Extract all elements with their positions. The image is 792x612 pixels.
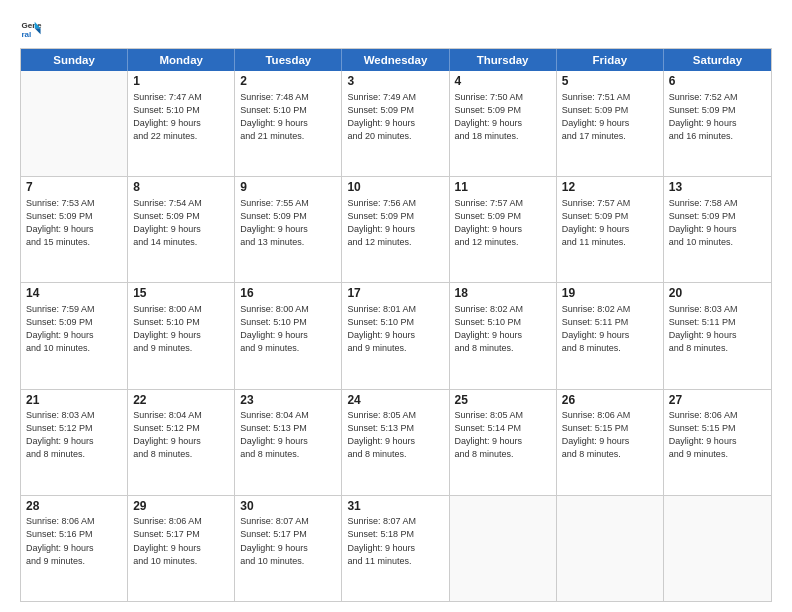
day-info: Sunrise: 7:58 AM Sunset: 5:09 PM Dayligh… [669,197,766,249]
calendar-cell-7: 7Sunrise: 7:53 AM Sunset: 5:09 PM Daylig… [21,177,128,282]
day-info: Sunrise: 8:07 AM Sunset: 5:17 PM Dayligh… [240,515,336,567]
day-info: Sunrise: 8:02 AM Sunset: 5:10 PM Dayligh… [455,303,551,355]
day-of-week-monday: Monday [128,49,235,71]
day-number: 19 [562,286,658,302]
calendar-cell-18: 18Sunrise: 8:02 AM Sunset: 5:10 PM Dayli… [450,283,557,388]
day-number: 10 [347,180,443,196]
day-info: Sunrise: 8:00 AM Sunset: 5:10 PM Dayligh… [240,303,336,355]
calendar-cell-25: 25Sunrise: 8:05 AM Sunset: 5:14 PM Dayli… [450,390,557,495]
day-number: 27 [669,393,766,409]
calendar-cell-28: 28Sunrise: 8:06 AM Sunset: 5:16 PM Dayli… [21,496,128,601]
calendar-week-4: 21Sunrise: 8:03 AM Sunset: 5:12 PM Dayli… [21,390,771,496]
day-number: 20 [669,286,766,302]
day-info: Sunrise: 8:07 AM Sunset: 5:18 PM Dayligh… [347,515,443,567]
day-number: 1 [133,74,229,90]
day-number: 28 [26,499,122,515]
calendar-cell-1: 1Sunrise: 7:47 AM Sunset: 5:10 PM Daylig… [128,71,235,176]
calendar-cell-11: 11Sunrise: 7:57 AM Sunset: 5:09 PM Dayli… [450,177,557,282]
day-info: Sunrise: 7:56 AM Sunset: 5:09 PM Dayligh… [347,197,443,249]
calendar-cell-2: 2Sunrise: 7:48 AM Sunset: 5:10 PM Daylig… [235,71,342,176]
calendar-cell-21: 21Sunrise: 8:03 AM Sunset: 5:12 PM Dayli… [21,390,128,495]
day-info: Sunrise: 8:06 AM Sunset: 5:15 PM Dayligh… [669,409,766,461]
calendar-cell-empty-4-6 [664,496,771,601]
calendar-cell-19: 19Sunrise: 8:02 AM Sunset: 5:11 PM Dayli… [557,283,664,388]
day-number: 16 [240,286,336,302]
day-number: 9 [240,180,336,196]
day-number: 8 [133,180,229,196]
calendar-cell-24: 24Sunrise: 8:05 AM Sunset: 5:13 PM Dayli… [342,390,449,495]
page-header: Gene ral [20,18,772,40]
calendar-cell-13: 13Sunrise: 7:58 AM Sunset: 5:09 PM Dayli… [664,177,771,282]
day-number: 5 [562,74,658,90]
day-of-week-wednesday: Wednesday [342,49,449,71]
day-info: Sunrise: 7:59 AM Sunset: 5:09 PM Dayligh… [26,303,122,355]
day-info: Sunrise: 8:04 AM Sunset: 5:13 PM Dayligh… [240,409,336,461]
day-number: 17 [347,286,443,302]
day-of-week-saturday: Saturday [664,49,771,71]
calendar-cell-30: 30Sunrise: 8:07 AM Sunset: 5:17 PM Dayli… [235,496,342,601]
day-info: Sunrise: 7:57 AM Sunset: 5:09 PM Dayligh… [562,197,658,249]
calendar-cell-empty-4-5 [557,496,664,601]
day-info: Sunrise: 7:55 AM Sunset: 5:09 PM Dayligh… [240,197,336,249]
calendar-cell-3: 3Sunrise: 7:49 AM Sunset: 5:09 PM Daylig… [342,71,449,176]
calendar-cell-15: 15Sunrise: 8:00 AM Sunset: 5:10 PM Dayli… [128,283,235,388]
day-number: 14 [26,286,122,302]
day-info: Sunrise: 7:57 AM Sunset: 5:09 PM Dayligh… [455,197,551,249]
day-of-week-sunday: Sunday [21,49,128,71]
day-number: 24 [347,393,443,409]
day-info: Sunrise: 7:48 AM Sunset: 5:10 PM Dayligh… [240,91,336,143]
day-number: 30 [240,499,336,515]
svg-marker-3 [35,28,41,34]
day-info: Sunrise: 8:06 AM Sunset: 5:16 PM Dayligh… [26,515,122,567]
day-number: 6 [669,74,766,90]
day-number: 4 [455,74,551,90]
calendar-cell-14: 14Sunrise: 7:59 AM Sunset: 5:09 PM Dayli… [21,283,128,388]
day-of-week-friday: Friday [557,49,664,71]
calendar-cell-8: 8Sunrise: 7:54 AM Sunset: 5:09 PM Daylig… [128,177,235,282]
day-number: 13 [669,180,766,196]
calendar-cell-20: 20Sunrise: 8:03 AM Sunset: 5:11 PM Dayli… [664,283,771,388]
calendar-cell-26: 26Sunrise: 8:06 AM Sunset: 5:15 PM Dayli… [557,390,664,495]
day-number: 29 [133,499,229,515]
day-number: 26 [562,393,658,409]
calendar-week-2: 7Sunrise: 7:53 AM Sunset: 5:09 PM Daylig… [21,177,771,283]
svg-text:ral: ral [21,30,31,39]
calendar-cell-empty-4-4 [450,496,557,601]
day-number: 12 [562,180,658,196]
calendar-cell-5: 5Sunrise: 7:51 AM Sunset: 5:09 PM Daylig… [557,71,664,176]
calendar-week-5: 28Sunrise: 8:06 AM Sunset: 5:16 PM Dayli… [21,496,771,601]
day-number: 7 [26,180,122,196]
day-number: 3 [347,74,443,90]
calendar-week-3: 14Sunrise: 7:59 AM Sunset: 5:09 PM Dayli… [21,283,771,389]
calendar-cell-31: 31Sunrise: 8:07 AM Sunset: 5:18 PM Dayli… [342,496,449,601]
day-info: Sunrise: 8:00 AM Sunset: 5:10 PM Dayligh… [133,303,229,355]
day-number: 23 [240,393,336,409]
calendar-header: SundayMondayTuesdayWednesdayThursdayFrid… [21,49,771,71]
calendar-body: 1Sunrise: 7:47 AM Sunset: 5:10 PM Daylig… [21,71,771,601]
day-number: 25 [455,393,551,409]
calendar-cell-10: 10Sunrise: 7:56 AM Sunset: 5:09 PM Dayli… [342,177,449,282]
day-info: Sunrise: 7:47 AM Sunset: 5:10 PM Dayligh… [133,91,229,143]
day-info: Sunrise: 8:03 AM Sunset: 5:12 PM Dayligh… [26,409,122,461]
day-number: 15 [133,286,229,302]
day-info: Sunrise: 7:49 AM Sunset: 5:09 PM Dayligh… [347,91,443,143]
calendar-cell-17: 17Sunrise: 8:01 AM Sunset: 5:10 PM Dayli… [342,283,449,388]
logo-icon: Gene ral [20,18,42,40]
day-info: Sunrise: 8:04 AM Sunset: 5:12 PM Dayligh… [133,409,229,461]
logo: Gene ral [20,18,44,40]
day-info: Sunrise: 8:06 AM Sunset: 5:17 PM Dayligh… [133,515,229,567]
day-info: Sunrise: 7:52 AM Sunset: 5:09 PM Dayligh… [669,91,766,143]
day-number: 18 [455,286,551,302]
day-number: 21 [26,393,122,409]
calendar: SundayMondayTuesdayWednesdayThursdayFrid… [20,48,772,602]
day-info: Sunrise: 8:05 AM Sunset: 5:13 PM Dayligh… [347,409,443,461]
calendar-cell-27: 27Sunrise: 8:06 AM Sunset: 5:15 PM Dayli… [664,390,771,495]
day-info: Sunrise: 8:03 AM Sunset: 5:11 PM Dayligh… [669,303,766,355]
calendar-cell-23: 23Sunrise: 8:04 AM Sunset: 5:13 PM Dayli… [235,390,342,495]
calendar-cell-6: 6Sunrise: 7:52 AM Sunset: 5:09 PM Daylig… [664,71,771,176]
day-info: Sunrise: 8:01 AM Sunset: 5:10 PM Dayligh… [347,303,443,355]
day-number: 11 [455,180,551,196]
calendar-cell-4: 4Sunrise: 7:50 AM Sunset: 5:09 PM Daylig… [450,71,557,176]
day-info: Sunrise: 8:02 AM Sunset: 5:11 PM Dayligh… [562,303,658,355]
day-info: Sunrise: 7:50 AM Sunset: 5:09 PM Dayligh… [455,91,551,143]
